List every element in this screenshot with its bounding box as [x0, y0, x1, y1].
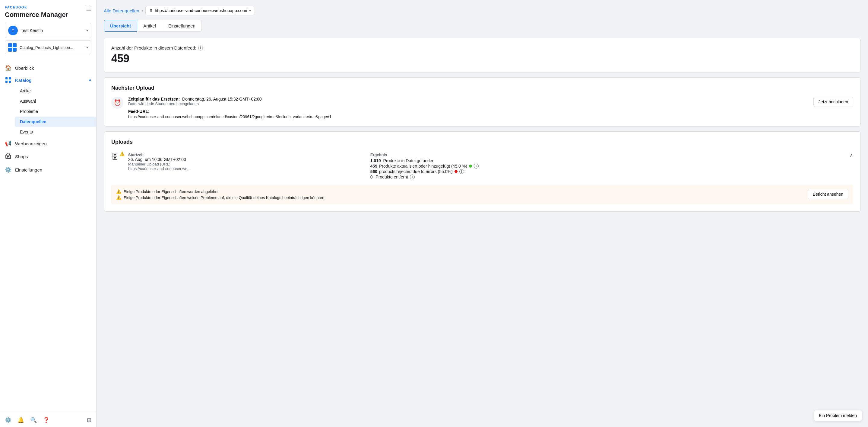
account-selector[interactable]: T Test Kerstin ▾ — [5, 23, 91, 38]
database-icon: 🗄 — [111, 152, 119, 161]
sidebar-item-events[interactable]: Events — [15, 127, 96, 137]
sidebar-item-einstellungen[interactable]: ⚙️ Einstellungen — [0, 163, 96, 176]
help-icon[interactable]: ❓ — [43, 417, 50, 423]
red-dot — [455, 170, 458, 173]
chevron-down-icon: ▾ — [86, 45, 88, 50]
katalog-icon — [5, 77, 11, 83]
sidebar-nav: 🏠 Überblick Katalog ∧ Artikel Auswahl Pr… — [0, 59, 96, 413]
product-count-card: Anzahl der Produkte in diesem Datenfeed:… — [104, 38, 861, 73]
tab-uebersicht[interactable]: Übersicht — [104, 20, 137, 32]
info-icon[interactable]: i — [198, 46, 203, 51]
uploads-title: Uploads — [111, 139, 133, 145]
svg-rect-5 — [7, 156, 9, 158]
sidebar-item-label: Überblick — [15, 65, 34, 71]
home-icon: 🏠 — [5, 65, 11, 71]
uploads-header: Uploads — [111, 139, 853, 145]
tabs: Übersicht Artikel Einstellungen — [104, 20, 861, 32]
hamburger-icon[interactable]: ☰ — [86, 5, 91, 13]
upload-url: https://curiouser-and-curiouser.we... — [128, 166, 366, 171]
sidebar-footer: ⚙️ 🔔 🔍 ❓ ⊞ — [0, 413, 96, 427]
settings-footer-icon[interactable]: ⚙️ — [5, 417, 11, 423]
megaphone-icon: 📢 — [5, 140, 11, 147]
result-total: 1.019 Produkte in Datei gefunden — [370, 158, 845, 163]
report-button[interactable]: Bericht ansehen — [808, 189, 848, 199]
search-icon[interactable]: 🔍 — [30, 417, 37, 423]
sidebar-item-shops[interactable]: Shops — [0, 150, 96, 163]
result-rejected: 560 products rejected due to errors (55.… — [370, 169, 845, 174]
katalog-subitems: Artikel Auswahl Probleme Datenquellen Ev… — [0, 86, 96, 137]
start-time-label: Startzeit — [128, 152, 366, 157]
feed-url-label: Feed-URL: — [128, 109, 809, 114]
settings-icon: ⚙️ — [5, 166, 11, 173]
top-bar: Alle Datenquellen › ⬆ https://curiouser-… — [104, 6, 861, 15]
breadcrumb-separator: › — [142, 8, 143, 13]
avatar: T — [8, 26, 18, 35]
result-updated: 459 Produkte aktualisiert oder hinzugefü… — [370, 164, 845, 169]
info-icon[interactable]: i — [410, 175, 415, 179]
breadcrumb-all-sources[interactable]: Alle Datenquellen — [104, 8, 140, 13]
schedule-icon-wrap: ⏰ — [111, 97, 123, 109]
tab-artikel[interactable]: Artikel — [137, 20, 162, 32]
info-icon[interactable]: i — [459, 169, 464, 174]
upload-row: 🗄 ⚠️ Startzeit 26. Aug. um 10:36 GMT+02:… — [111, 150, 853, 180]
result-label: Ergebnis — [370, 152, 845, 157]
upload-icon: ⬆ — [149, 8, 153, 13]
chevron-down-icon: ▾ — [249, 8, 251, 13]
collapse-icon[interactable]: ∧ — [849, 152, 853, 158]
clock-icon: ⏰ — [114, 99, 121, 106]
sidebar: FACEBOOK Commerce Manager ☰ T Test Kerst… — [0, 0, 96, 427]
product-count-label: Anzahl der Produkte in diesem Datenfeed:… — [111, 45, 853, 51]
shop-icon — [5, 153, 11, 160]
tab-einstellungen[interactable]: Einstellungen — [162, 20, 202, 32]
upload-schedule: ⏰ Zeitplan für das Ersetzen: Donnerstag,… — [111, 97, 853, 119]
sidebar-item-label: Einstellungen — [15, 167, 42, 172]
warning-icon-2: ⚠️ — [116, 195, 121, 200]
schedule-subtitle: Datei wird jede Stunde neu hochgeladen — [128, 102, 809, 106]
chevron-down-icon: ▾ — [86, 28, 88, 33]
catalog-name: Catalog_Products_Lightspee... — [20, 45, 86, 50]
layout-icon[interactable]: ⊞ — [87, 417, 91, 423]
main-content: Alle Datenquellen › ⬆ https://curiouser-… — [96, 0, 868, 427]
sidebar-item-probleme[interactable]: Probleme — [15, 106, 96, 117]
facebook-logo: FACEBOOK — [5, 5, 68, 9]
sidebar-item-overview[interactable]: 🏠 Überblick — [0, 62, 96, 74]
sidebar-item-auswahl[interactable]: Auswahl — [15, 96, 96, 106]
uploads-card: Uploads 🗄 ⚠️ Startzeit 26. Aug. um 10:36… — [104, 131, 861, 212]
sidebar-item-datenquellen[interactable]: Datenquellen — [15, 117, 96, 127]
sidebar-item-label: Werbeanzeigen — [15, 141, 47, 146]
catalog-grid-icon — [8, 43, 17, 52]
schedule-title: Zeitplan für das Ersetzen: Donnerstag, 2… — [128, 97, 809, 102]
sidebar-item-label: Shops — [15, 154, 28, 159]
upload-type: Manueller Upload (URL) — [128, 162, 366, 166]
bell-icon[interactable]: 🔔 — [18, 417, 24, 423]
warning-text-2: Einige Produkte oder Eigenschaften weise… — [124, 195, 324, 200]
current-url-text: https://curiouser-and-curiouser.webshopa… — [155, 8, 247, 13]
sidebar-item-artikel[interactable]: Artikel — [15, 86, 96, 96]
katalog-label: Katalog — [15, 78, 32, 83]
upload-now-button[interactable]: Jetzt hochladen — [813, 97, 853, 107]
breadcrumb-current-url[interactable]: ⬆ https://curiouser-and-curiouser.websho… — [145, 6, 255, 15]
upload-meta: Startzeit 26. Aug. um 10:36 GMT+02:00 Ma… — [128, 152, 366, 171]
warning-text-1: Einige Produkte oder Eigenschaften wurde… — [124, 189, 218, 194]
result-removed: 0 Produkte entfernt i — [370, 175, 845, 179]
catalog-selector[interactable]: Catalog_Products_Lightspee... ▾ — [5, 40, 91, 54]
upload-warnings: ⚠️ Einige Produkte oder Eigenschaften wu… — [111, 185, 853, 204]
feed-url-text: https://curiouser-and-curiouser.webshopa… — [128, 114, 809, 119]
commerce-manager-title: Commerce Manager — [5, 11, 68, 19]
info-icon[interactable]: i — [474, 164, 478, 169]
next-upload-title: Nächster Upload — [111, 85, 853, 91]
svg-rect-0 — [5, 77, 7, 79]
sidebar-item-werbeanzeigen[interactable]: 📢 Werbeanzeigen — [0, 137, 96, 150]
warning-row-1: ⚠️ Einige Produkte oder Eigenschaften wu… — [116, 189, 803, 194]
chevron-up-icon: ∧ — [89, 78, 91, 82]
account-name: Test Kerstin — [21, 28, 86, 33]
warning-row-2: ⚠️ Einige Produkte oder Eigenschaften we… — [116, 195, 803, 200]
report-problem-button[interactable]: Ein Problem melden — [814, 410, 862, 421]
schedule-details: Zeitplan für das Ersetzen: Donnerstag, 2… — [128, 97, 809, 119]
next-upload-card: Nächster Upload ⏰ Zeitplan für das Erset… — [104, 77, 861, 126]
schedule-date: Donnerstag, 26. August 15:32 GMT+02:00 — [182, 97, 261, 102]
product-count-value: 459 — [111, 52, 853, 65]
warning-messages: ⚠️ Einige Produkte oder Eigenschaften wu… — [116, 189, 803, 200]
sidebar-item-katalog[interactable]: Katalog ∧ — [0, 74, 96, 86]
upload-results: Ergebnis 1.019 Produkte in Datei gefunde… — [370, 152, 845, 180]
